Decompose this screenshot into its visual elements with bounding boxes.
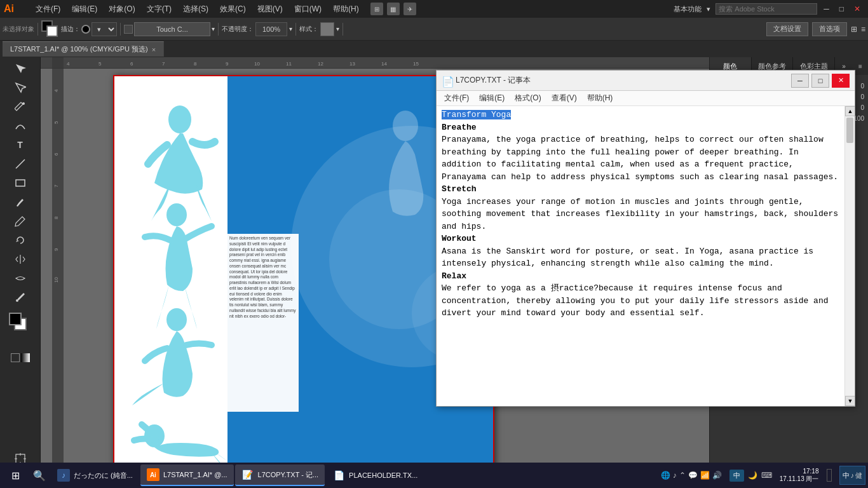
- taskbar-item-notepad2[interactable]: 📄 PLACEHOLDER.TX...: [326, 464, 424, 486]
- win-minimize[interactable]: ─: [820, 4, 833, 13]
- color-swatches[interactable]: [41, 20, 59, 38]
- line-tool[interactable]: [5, 155, 36, 173]
- toolbar-icon1[interactable]: ⊞: [851, 25, 857, 34]
- sep4: [295, 23, 296, 36]
- touch-preview: [124, 25, 133, 34]
- menu-effect[interactable]: 效果(C): [215, 3, 251, 16]
- notepad-content[interactable]: Transform Yoga Breathe Pranayama, the yo…: [437, 106, 844, 406]
- scroll-track[interactable]: [845, 144, 855, 396]
- stock-search[interactable]: [715, 3, 817, 15]
- opacity-dropdown[interactable]: ▾: [289, 25, 292, 32]
- notepad2-icon: 📄: [332, 469, 345, 482]
- style-dropdown[interactable]: ▾: [336, 25, 339, 32]
- menu-view[interactable]: 视图(V): [252, 3, 288, 16]
- np-menu-edit[interactable]: 编辑(E): [474, 92, 510, 105]
- workspace-label[interactable]: 基本功能: [674, 4, 702, 14]
- none-box[interactable]: [11, 353, 20, 362]
- direct-select-tool[interactable]: [5, 79, 36, 97]
- top-right-area: 基本功能 ▾ ─ □ ✕: [674, 3, 864, 15]
- menu-edit[interactable]: 编辑(E): [67, 3, 102, 16]
- stroke-dropdown[interactable]: ▾: [92, 22, 117, 36]
- menu-file[interactable]: 文件(F): [31, 3, 65, 16]
- icon-panel2[interactable]: ▦: [387, 3, 400, 15]
- tray-icons: 🌐 ♪ ⌃ 💬 📶 🔊: [657, 471, 726, 480]
- doc-settings-btn[interactable]: 文档设置: [766, 22, 808, 36]
- notepad-restore-btn[interactable]: □: [811, 74, 829, 88]
- icon-panel3[interactable]: ✈: [403, 3, 416, 15]
- clock-area[interactable]: 17:18 17.11.13 周一: [780, 468, 819, 484]
- opacity-input[interactable]: [255, 22, 287, 36]
- eyedropper-tool[interactable]: [5, 288, 36, 306]
- menu-window[interactable]: 窗口(W): [289, 3, 327, 16]
- rotate-tool[interactable]: [5, 231, 36, 249]
- tray-signal[interactable]: 📶: [700, 471, 710, 480]
- style-swatch[interactable]: [320, 22, 334, 36]
- notepad-win-buttons: ─ □ ✕: [791, 74, 850, 88]
- start-button[interactable]: ⊞: [3, 464, 28, 486]
- ime-chinese[interactable]: 中: [729, 470, 744, 482]
- menu-text[interactable]: 文字(T): [142, 3, 177, 16]
- ime-zh[interactable]: 中: [843, 471, 850, 480]
- fg-color-box[interactable]: [9, 313, 22, 325]
- scroll-thumb[interactable]: [846, 118, 853, 143]
- body-relax: We refer to yoga as a 摂ractice?because i…: [442, 283, 829, 318]
- ime-health[interactable]: 健: [855, 471, 862, 480]
- color-boxes[interactable]: [9, 313, 32, 336]
- show-desktop-icon: [827, 469, 832, 482]
- taskbar-right: 🌐 ♪ ⌃ 💬 📶 🔊 中 🌙 ⌨ 17:18 17.11.13 周一 中 ♪ …: [657, 464, 865, 486]
- menu-select[interactable]: 选择(S): [178, 3, 214, 16]
- win-close[interactable]: ✕: [850, 4, 864, 13]
- win-restore[interactable]: □: [836, 4, 848, 13]
- tray-network[interactable]: 🌐: [661, 471, 670, 480]
- pen-tool[interactable]: [5, 98, 36, 116]
- type-tool[interactable]: T: [5, 136, 36, 154]
- notepad-close-btn[interactable]: ✕: [832, 74, 850, 88]
- date-display: 17.11.13 周一: [780, 475, 819, 484]
- scroll-down-btn[interactable]: ▼: [845, 396, 855, 406]
- stroke-circle[interactable]: [81, 25, 90, 34]
- ime-note[interactable]: ♪: [851, 471, 855, 479]
- touch-button[interactable]: Touch C...: [134, 22, 210, 36]
- menu-help[interactable]: 帮助(H): [328, 3, 364, 16]
- time-display: 17:18: [780, 468, 819, 475]
- np-menu-file[interactable]: 文件(F): [439, 92, 474, 105]
- gradient-box[interactable]: [21, 353, 30, 362]
- start-icon: ⊞: [11, 470, 20, 482]
- np-menu-format[interactable]: 格式(O): [510, 92, 546, 105]
- menu-object[interactable]: 对象(O): [104, 3, 140, 16]
- tray-chat[interactable]: 💬: [688, 471, 698, 480]
- pencil-tool[interactable]: [5, 212, 36, 230]
- toolbar-more[interactable]: ≡: [861, 25, 865, 34]
- taskbar-item-music[interactable]: ♪ だったのに (純音...: [51, 464, 139, 486]
- tray-volume[interactable]: 🔊: [712, 471, 722, 480]
- paintbrush-tool[interactable]: [5, 193, 36, 211]
- np-menu-view[interactable]: 查看(V): [546, 92, 582, 105]
- curvature-tool[interactable]: [5, 117, 36, 135]
- sep5: [342, 23, 343, 36]
- tray-music2[interactable]: ♪: [673, 471, 677, 480]
- np-menu-help[interactable]: 帮助(H): [582, 92, 618, 105]
- doc-tab-close[interactable]: ×: [152, 46, 156, 53]
- touch-dropdown-icon[interactable]: ▾: [212, 25, 215, 32]
- taskbar-item-illustrator[interactable]: Ai L7START_1.AI* @...: [140, 464, 234, 486]
- taskbar-item-notepad1[interactable]: 📝 L7COPY.TXT - 记...: [235, 464, 325, 486]
- show-desktop-btn[interactable]: [823, 464, 836, 486]
- svg-point-33: [166, 203, 187, 226]
- selection-tool[interactable]: [5, 60, 36, 78]
- svg-text:4: 4: [53, 89, 59, 92]
- overlay-text-content: Num doloreetum ven sequam ver suscipisti…: [229, 236, 295, 318]
- rect-tool[interactable]: [5, 174, 36, 192]
- scroll-up-btn[interactable]: ▲: [845, 106, 855, 116]
- icon-panel1[interactable]: ⊞: [370, 3, 383, 15]
- dropdown-icon[interactable]: ▾: [707, 5, 710, 13]
- bg-color[interactable]: [46, 25, 58, 37]
- svg-text:14: 14: [381, 61, 387, 67]
- taskbar-search[interactable]: 🔍: [29, 465, 50, 485]
- notepad-minimize-btn[interactable]: ─: [791, 74, 809, 88]
- doc-tab[interactable]: L7START_1.AI* @ 100% (CMYK/GPU 预选) ×: [3, 41, 164, 57]
- overlay-text-box: Num doloreetum ven sequam ver suscipisti…: [227, 234, 299, 412]
- tray-more[interactable]: ⌃: [679, 471, 686, 480]
- preferences-btn[interactable]: 首选项: [812, 22, 847, 36]
- mirror-tool[interactable]: [5, 250, 36, 268]
- width-tool[interactable]: [5, 269, 36, 287]
